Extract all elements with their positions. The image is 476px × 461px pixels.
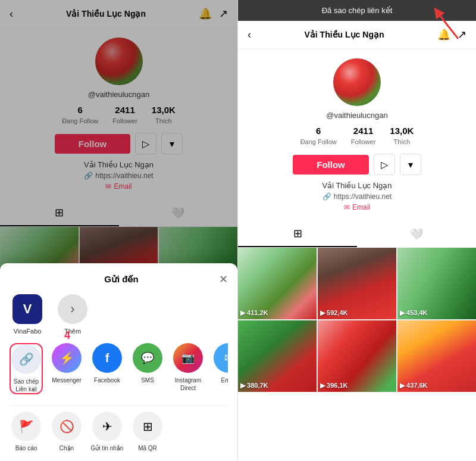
send-message-button[interactable]: ✈ Gửi tin nhắn: [90, 412, 124, 451]
share-icon-right[interactable]: ↗: [458, 28, 466, 41]
stat-likes-right: 13,0K Thích: [390, 126, 414, 147]
right-profile-section: @vaithieulucngan 6 Đang Follow 2411 Foll…: [238, 49, 476, 216]
action-icons-row: 🔗 Sao chépLiên kết ⚡ Messenger f Faceboo…: [10, 343, 228, 399]
send-message-label: Gửi tin nhắn: [91, 445, 124, 451]
view-count: ▶ 453,4K: [400, 309, 428, 317]
table-row[interactable]: ▶ 453,4K: [397, 248, 476, 319]
email-share-label: Email: [221, 376, 228, 384]
copy-link-icon: 🔗: [19, 352, 34, 366]
copied-banner: Đã sao chép liên kết: [238, 0, 476, 21]
qr-label: Mã QR: [138, 445, 157, 451]
facebook-label: Facebook: [94, 376, 120, 384]
copied-text: Đã sao chép liên kết: [322, 6, 393, 15]
recent-app-label: VinaFabo: [14, 328, 42, 335]
share-profile-button-right[interactable]: ▷: [374, 154, 395, 175]
email-icon-right: ✉: [344, 203, 350, 211]
bell-icon-right[interactable]: 🔔: [437, 28, 450, 41]
follow-button-right[interactable]: Follow: [293, 155, 369, 175]
profile-email-right[interactable]: ✉ Email: [344, 203, 370, 211]
right-panel: Đã sao chép liên kết ‹ Vải Thiều Lục Ngạ…: [238, 0, 476, 461]
tab-liked-right[interactable]: 🤍: [357, 221, 476, 247]
table-row[interactable]: ▶ 380,7K: [238, 320, 317, 392]
copy-link-label: Sao chépLiên kết: [14, 378, 39, 393]
video-grid-right: ▶ 411,2K ▶ 592,4K ▶ 453,4K ▶ 380,7K ▶ 39…: [238, 248, 476, 392]
table-row[interactable]: ▶ 592,4K: [318, 248, 396, 319]
qr-icon: ⊞: [143, 419, 153, 434]
more-button-right[interactable]: ▾: [400, 154, 421, 175]
messenger-icon: ⚡: [60, 351, 74, 365]
send-message-icon: ✈: [102, 419, 112, 434]
email-share-icon: ✉: [224, 351, 228, 365]
qr-code-button[interactable]: ⊞ Mã QR: [131, 412, 164, 451]
instagram-icon: 📷: [181, 351, 195, 365]
view-count: ▶ 396,1K: [320, 382, 348, 390]
bottom-actions-row: 🚩 Báo cáo 🚫 Chặn ✈ Gửi tin nhắn ⊞: [10, 405, 228, 451]
messenger-label: Messenger: [52, 376, 81, 384]
table-row[interactable]: ▶ 437,6K: [397, 320, 476, 392]
sms-icon: 💬: [141, 351, 154, 365]
share-sheet-title: Gửi đến: [24, 274, 219, 285]
vinafabo-icon: V: [23, 301, 32, 317]
instagram-label: InstagramDirect: [175, 376, 201, 392]
email-share-button[interactable]: ✉ Email: [212, 343, 228, 394]
facebook-button[interactable]: f Facebook: [90, 343, 124, 394]
table-row[interactable]: ▶ 396,1K: [318, 320, 396, 392]
report-icon: 🚩: [19, 419, 34, 434]
view-count: ▶ 437,6K: [400, 382, 428, 390]
sms-label: SMS: [141, 376, 154, 384]
view-count: ▶ 592,4K: [320, 309, 348, 317]
avatar-right: [333, 58, 381, 106]
table-row[interactable]: ▶ 411,2K: [238, 248, 317, 319]
view-count: ▶ 411,2K: [240, 309, 268, 317]
right-header-title: Vải Thiều Lục Ngạn: [251, 30, 437, 39]
list-item[interactable]: › Thêm: [55, 294, 90, 335]
profile-name-right: Vải Thiều Lục Ngạn: [322, 181, 392, 190]
copy-link-button[interactable]: 🔗 Sao chépLiên kết: [10, 343, 43, 394]
tab-grid-right[interactable]: ⊞: [238, 221, 357, 247]
report-button[interactable]: 🚩 Báo cáo: [10, 412, 43, 451]
report-label: Báo cáo: [15, 445, 37, 451]
tabs-row-right: ⊞ 🤍: [238, 221, 476, 248]
recent-apps-row: V VinaFabo › Thêm: [10, 294, 228, 335]
stats-row-right: 6 Đang Follow 2411 Follower 13,0K Thích: [300, 126, 414, 147]
profile-link-right[interactable]: 🔗 https://vaithieu.net: [322, 192, 392, 201]
stat-followers-right: 2411 Follower: [351, 126, 376, 147]
sms-button[interactable]: 💬 SMS: [131, 343, 164, 394]
block-button[interactable]: 🚫 Chặn: [50, 412, 83, 451]
more-apps-icon: ›: [70, 301, 74, 317]
facebook-icon: f: [105, 351, 109, 365]
username-right: @vaithieulucngan: [326, 111, 388, 120]
block-label: Chặn: [60, 445, 74, 451]
instagram-direct-button[interactable]: 📷 InstagramDirect: [171, 343, 205, 394]
share-sheet: Gửi đến ✕ V VinaFabo › Thêm 4: [0, 263, 237, 461]
action-row-right: Follow ▷ ▾: [293, 154, 421, 175]
close-icon[interactable]: ✕: [219, 273, 228, 286]
right-header: ‹ Vải Thiều Lục Ngạn 🔔 ↗: [238, 21, 476, 49]
share-sheet-header: Gửi đến ✕: [10, 273, 228, 286]
list-item[interactable]: V VinaFabo: [10, 294, 45, 335]
stat-following-right: 6 Đang Follow: [300, 126, 337, 147]
left-panel: ‹ Vải Thiều Lục Ngạn 🔔 ↗ @vaithieulucnga…: [0, 0, 238, 461]
view-count: ▶ 380,7K: [240, 382, 268, 390]
link-icon-right: 🔗: [322, 192, 331, 201]
messenger-button[interactable]: ⚡ Messenger: [50, 343, 83, 394]
more-apps-label: Thêm: [64, 328, 81, 335]
block-icon: 🚫: [60, 419, 74, 434]
